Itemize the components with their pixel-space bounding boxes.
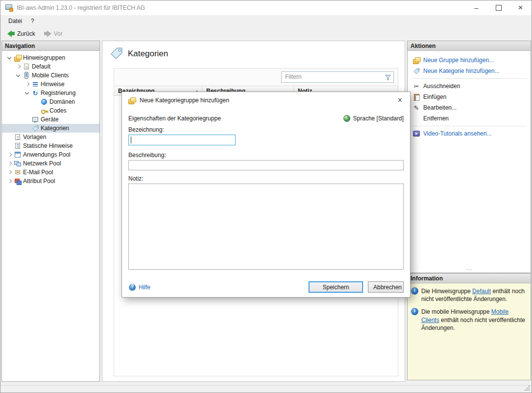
action-paste[interactable]: Einfügen (408, 92, 531, 102)
maximize-button[interactable] (487, 0, 509, 15)
close-button[interactable] (509, 0, 532, 15)
tree-item-netzwerk-pool[interactable]: Netzwerk Pool (2, 159, 99, 168)
action-label: Neue Kategorie hinzufügen... (423, 68, 499, 74)
action-new-category[interactable]: Neue Kategorie hinzufügen... (408, 66, 531, 76)
info-link-default[interactable]: Default (472, 288, 491, 295)
tree-label: Domänen (49, 98, 75, 105)
action-cut[interactable]: ✂ Ausschneiden (408, 81, 531, 92)
email-icon: ✉ (14, 168, 22, 176)
actions-overflow-handle[interactable]: ... (408, 265, 531, 272)
tree-label: Mobile Clients (32, 72, 69, 79)
forward-arrow-icon (44, 30, 51, 37)
dialog-title: Neue Kategoriegruppe hinzufügen (140, 97, 229, 104)
action-label: Entfernen (423, 115, 449, 122)
tree-label: Anwendungs Pool (23, 151, 71, 158)
tree-item-codes[interactable]: Codes (2, 106, 99, 115)
tree-item-hinweisgruppen[interactable]: Hinweisgruppen (2, 53, 99, 62)
minimize-button[interactable] (465, 0, 487, 15)
chevron-right-icon[interactable] (24, 80, 31, 88)
notiz-textarea[interactable] (128, 184, 404, 270)
dialog-close-icon[interactable]: × (396, 96, 404, 105)
language-globe-icon (343, 115, 351, 122)
tree-label: Attribut Pool (23, 178, 55, 185)
tree-item-attribut-pool[interactable]: Attribut Pool (2, 177, 99, 185)
tree-item-anwendungs-pool[interactable]: Anwendungs Pool (2, 150, 99, 159)
tree-label: Kategorien (41, 125, 69, 132)
tree-item-registrierung[interactable]: ↻ Registrierung (2, 89, 99, 97)
tree-item-default[interactable]: Default (2, 62, 99, 71)
beschreibung-field (128, 160, 404, 170)
tree-label: Vorlagen (23, 134, 46, 140)
network-icon (14, 160, 22, 167)
tree-item-kategorien[interactable]: Kategorien (2, 124, 99, 133)
chevron-right-icon[interactable] (6, 168, 14, 176)
beschreibung-input[interactable] (129, 161, 403, 170)
video-icon (412, 130, 420, 138)
tree-item-mobile-clients[interactable]: Mobile Clients (2, 71, 99, 80)
cancel-button[interactable]: Abbrechen (368, 281, 404, 293)
template-icon (14, 133, 22, 141)
chevron-right-icon[interactable] (6, 177, 14, 185)
new-group-icon (128, 96, 136, 104)
chevron-right-icon[interactable] (6, 160, 14, 167)
action-new-group[interactable]: Neue Gruppe hinzufügen... (408, 55, 531, 66)
attribute-icon (14, 177, 22, 185)
info-message: Die Hinweisgruppe Default enthält noch n… (411, 287, 527, 303)
info-icon (411, 308, 418, 315)
window-controls (465, 0, 532, 15)
navigation-header: Navigation (2, 41, 99, 51)
tree-label: Geräte (41, 116, 59, 123)
beschreibung-label: Beschreibung: (128, 152, 166, 159)
filter-icon[interactable] (384, 73, 392, 81)
menubar: Datei ? (0, 15, 532, 27)
tree-label: E-Mail Pool (23, 169, 53, 176)
menu-help[interactable]: ? (26, 15, 39, 27)
help-link[interactable]: Hilfe (128, 283, 150, 291)
chevron-spacer (32, 107, 40, 115)
chevron-down-icon[interactable] (15, 71, 23, 79)
bezeichnung-input[interactable] (129, 135, 235, 145)
resize-grip[interactable] (525, 386, 530, 391)
back-button[interactable]: Zurück (4, 29, 38, 38)
group-icon (14, 54, 22, 62)
tree-label: Hinweisgruppen (23, 54, 65, 61)
separator (411, 78, 527, 79)
action-remove[interactable]: Entfernen (408, 113, 531, 124)
forward-label: Vor (54, 30, 63, 37)
bezeichnung-label: Bezeichnung: (128, 126, 164, 133)
tree-item-domaenen[interactable]: Domänen (2, 97, 99, 106)
chevron-right-icon[interactable] (15, 63, 23, 70)
filter-input[interactable] (281, 71, 394, 83)
menu-datei[interactable]: Datei (4, 15, 26, 27)
tree-item-statische-hinweise[interactable]: Statische Hinweise (2, 141, 99, 150)
language-selector[interactable]: Sprache [Standard] (343, 115, 404, 122)
tree-label: Hinweise (41, 81, 65, 88)
help-icon (128, 283, 136, 291)
chevron-down-icon[interactable] (6, 54, 14, 62)
information-header: Information (408, 274, 531, 283)
action-label: Neue Gruppe hinzufügen... (423, 57, 494, 64)
globe-icon (40, 98, 48, 106)
chevron-right-icon[interactable] (6, 151, 14, 159)
tree-item-hinweise[interactable]: Hinweise (2, 80, 99, 89)
bezeichnung-field (128, 135, 236, 145)
notiz-label: Notiz: (128, 175, 144, 182)
tree-item-geraete[interactable]: Geräte (2, 115, 99, 124)
chevron-down-icon[interactable] (24, 89, 31, 97)
chevron-spacer (6, 142, 14, 150)
tree-item-email-pool[interactable]: ✉ E-Mail Pool (2, 168, 99, 177)
dialog-titlebar: Neue Kategoriegruppe hinzufügen × (122, 92, 410, 109)
tree-item-vorlagen[interactable]: Vorlagen (2, 133, 99, 141)
mobile-icon (23, 71, 30, 79)
action-edit[interactable]: ✎ Bearbeiten... (408, 102, 531, 113)
info-text-part: Die Hinweisgruppe (421, 288, 472, 295)
new-category-icon (412, 67, 420, 75)
info-text: Die Hinweisgruppe Default enthält noch n… (421, 287, 527, 303)
main-header: Kategorien (102, 41, 405, 68)
action-label: Einfügen (423, 93, 446, 100)
save-button[interactable]: Speichern (309, 281, 363, 293)
back-arrow-icon (7, 30, 15, 37)
action-video-tutorials[interactable]: Video-Tutorials ansehen... (408, 128, 531, 139)
forward-button[interactable]: Vor (41, 29, 66, 38)
app-window: IBI-aws Admin 1.23.0 - registriert für I… (0, 0, 532, 393)
